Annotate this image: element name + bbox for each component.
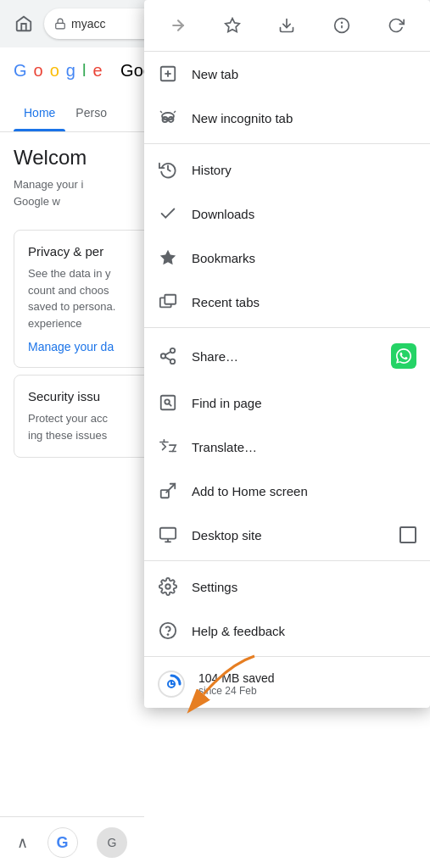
svg-line-21 (165, 357, 170, 360)
desktop-site-checkbox[interactable] (399, 526, 416, 543)
expand-icon[interactable]: ∧ (17, 833, 28, 852)
url-text: myacc (71, 17, 105, 31)
find-in-page-icon (158, 392, 178, 413)
find-in-page-label: Find in page (192, 396, 416, 410)
info-button[interactable] (325, 8, 359, 42)
bookmarks-icon (158, 248, 178, 268)
google-button[interactable]: G (47, 827, 78, 858)
savings-footer: 104 MB saved since 24 Feb (144, 660, 430, 708)
divider-2 (144, 327, 430, 328)
download-button[interactable] (270, 8, 304, 42)
history-item[interactable]: History (144, 147, 430, 192)
divider-4 (144, 656, 430, 657)
incognito-icon (158, 108, 178, 128)
bookmarks-item[interactable]: Bookmarks (144, 236, 430, 280)
savings-amount: 104 MB saved (198, 671, 275, 685)
new-tab-label: New tab (192, 67, 416, 81)
settings-icon (158, 576, 178, 597)
refresh-button[interactable] (379, 8, 413, 42)
svg-rect-17 (165, 295, 176, 304)
home-icon[interactable] (10, 10, 37, 37)
find-in-page-item[interactable]: Find in page (144, 381, 430, 425)
desktop-site-icon (158, 525, 178, 545)
whatsapp-badge (391, 343, 416, 369)
svg-line-13 (160, 111, 162, 113)
translate-item[interactable]: Translate… (144, 425, 430, 469)
divider-3 (144, 560, 430, 561)
history-icon (158, 159, 178, 180)
translate-icon (158, 437, 178, 457)
help-feedback-label: Help & feedback (192, 624, 416, 638)
help-feedback-item[interactable]: Help & feedback (144, 609, 430, 653)
svg-point-30 (165, 584, 170, 589)
bookmarks-label: Bookmarks (192, 251, 416, 265)
svg-marker-2 (226, 19, 240, 32)
share-item[interactable]: Share… (144, 331, 430, 381)
new-tab-icon (158, 64, 178, 84)
downloads-item[interactable]: Downloads (144, 192, 430, 236)
svg-rect-23 (161, 396, 176, 410)
divider-1 (144, 143, 430, 144)
downloads-icon (158, 203, 178, 224)
add-home-screen-item[interactable]: Add to Home screen (144, 469, 430, 513)
savings-date: since 24 Feb (198, 685, 275, 697)
downloads-label: Downloads (192, 207, 416, 221)
svg-line-22 (165, 352, 170, 355)
share-label: Share… (192, 349, 377, 364)
svg-line-14 (174, 111, 176, 113)
account-button[interactable]: G (97, 827, 127, 858)
settings-label: Settings (192, 580, 416, 594)
recent-tabs-icon (158, 292, 178, 312)
recent-tabs-label: Recent tabs (192, 295, 416, 309)
svg-rect-27 (160, 528, 176, 539)
savings-text: 104 MB saved since 24 Feb (198, 671, 275, 697)
svg-line-25 (169, 403, 170, 405)
translate-label: Translate… (192, 440, 416, 454)
share-icon (158, 346, 178, 366)
add-home-screen-icon (158, 481, 178, 501)
svg-rect-0 (56, 23, 65, 28)
forward-button[interactable] (161, 8, 195, 42)
desktop-site-item[interactable]: Desktop site (144, 513, 430, 557)
add-home-screen-label: Add to Home screen (192, 484, 416, 498)
desktop-site-label: Desktop site (192, 528, 386, 542)
savings-icon (158, 670, 185, 698)
bottom-bar: ∧ G G (0, 816, 144, 868)
context-menu: New tab New incognito tab Histor (144, 0, 430, 708)
svg-marker-15 (160, 250, 176, 264)
new-incognito-tab-label: New incognito tab (192, 111, 416, 125)
recent-tabs-item[interactable]: Recent tabs (144, 280, 430, 324)
star-button[interactable] (215, 8, 249, 42)
new-tab-item[interactable]: New tab (144, 52, 430, 96)
history-label: History (192, 163, 416, 177)
new-incognito-tab-item[interactable]: New incognito tab (144, 96, 430, 140)
tab-personal[interactable]: Perso (65, 94, 117, 131)
menu-icon-bar (144, 0, 430, 52)
help-icon (158, 620, 178, 641)
tab-home[interactable]: Home (14, 94, 65, 131)
settings-item[interactable]: Settings (144, 565, 430, 609)
